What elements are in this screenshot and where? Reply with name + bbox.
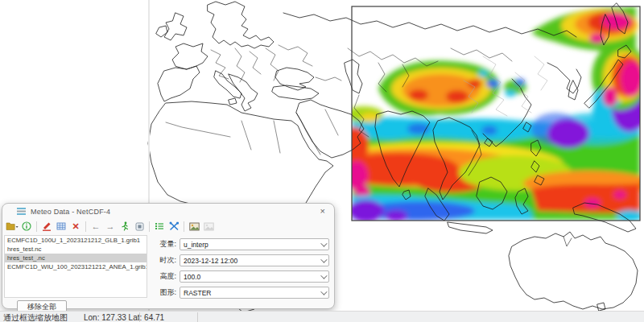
open-folder-icon (6, 221, 19, 231)
parameter-form: 变量: u_interp 时次: 2023-12-12 12:00 高度: 10… (147, 235, 334, 298)
open-folder-button[interactable] (6, 220, 19, 233)
back-button[interactable]: ← (89, 220, 102, 233)
meteo-data-dialog: Meteo Data - NetCDF-4 × (2, 203, 335, 309)
chevron-down-icon (320, 288, 327, 295)
close-button[interactable]: × (318, 207, 328, 216)
dialog-titlebar[interactable]: Meteo Data - NetCDF-4 × (2, 204, 334, 217)
height-value: 100.0 (184, 273, 200, 281)
legend-list-icon (155, 221, 164, 231)
save-image-disabled-icon (204, 222, 214, 231)
height-select[interactable]: 100.0 (180, 270, 329, 283)
draw-pen-icon (42, 221, 52, 231)
export-panel-icon (135, 222, 144, 231)
file-list-item[interactable]: ECMFC1D_WIU_100_2023121212_ANEA_1.grib1 (5, 262, 147, 271)
chevron-down-icon (320, 272, 327, 279)
save-image-disabled-button (202, 220, 215, 233)
legend-list-button[interactable] (153, 220, 166, 233)
file-list-item[interactable]: ECMFC1D_100U_1_2023121212_GLB_1.grib1 (5, 236, 147, 245)
run-button[interactable] (118, 220, 131, 233)
tools-icon (169, 221, 180, 231)
variable-select[interactable]: u_interp (180, 238, 329, 250)
variable-label: 变量: (152, 239, 176, 250)
time-select[interactable]: 2023-12-12 12:00 (180, 254, 329, 266)
delete-button[interactable]: ✕ (69, 220, 82, 233)
file-list-item[interactable]: hres_test.nc (5, 245, 147, 254)
export-panel-button[interactable] (133, 220, 146, 233)
time-label: 时次: (152, 255, 176, 266)
table-icon (56, 221, 66, 231)
dialog-toolbar: ✕ ← → (2, 217, 334, 235)
save-image-button[interactable] (188, 220, 200, 233)
height-label: 高度: (152, 271, 176, 282)
file-list[interactable]: ECMFC1D_100U_1_2023121212_GLB_1.grib1 hr… (4, 235, 147, 298)
table-button[interactable] (55, 220, 68, 233)
raster-overlay (306, 6, 644, 222)
graphic-label: 图形: (152, 287, 176, 298)
status-hint: 通过框选缩放地图 (3, 312, 68, 322)
draw-button[interactable] (40, 220, 53, 233)
forward-arrow-icon: → (106, 222, 115, 231)
dialog-title: Meteo Data - NetCDF-4 (31, 208, 110, 216)
forward-button[interactable]: → (104, 220, 117, 233)
chevron-down-icon (320, 240, 327, 246)
status-coordinates: Lon: 127.33 Lat: 64.71 (84, 312, 164, 322)
status-bar: 通过框选缩放地图 Lon: 127.33 Lat: 64.71 (0, 311, 644, 322)
status-divider (197, 312, 198, 322)
chevron-down-icon (320, 256, 327, 262)
save-image-icon (189, 222, 200, 231)
delete-icon: ✕ (72, 222, 79, 231)
dialog-icon (17, 207, 26, 216)
file-list-item-selected[interactable]: hres_test_.nc (5, 254, 147, 262)
back-arrow-icon: ← (92, 222, 101, 231)
tools-button[interactable] (167, 220, 180, 233)
run-icon (120, 221, 130, 231)
graphic-value: RASTER (184, 289, 211, 297)
variable-value: u_interp (184, 241, 208, 249)
info-button[interactable] (20, 220, 33, 233)
status-divider (139, 312, 140, 322)
time-value: 2023-12-12 12:00 (184, 257, 237, 265)
graphic-select[interactable]: RASTER (180, 287, 329, 299)
info-icon (22, 221, 31, 231)
